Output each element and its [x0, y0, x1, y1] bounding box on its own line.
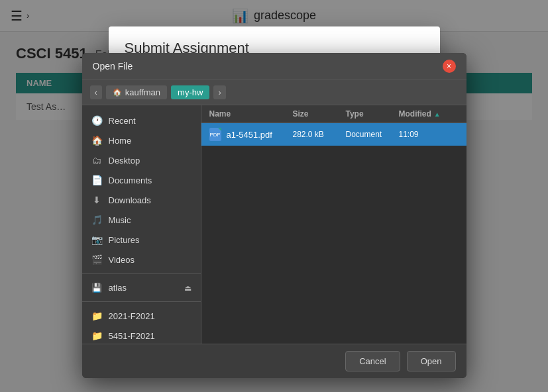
sort-arrow-icon: ▲ [434, 111, 441, 118]
sidebar-label-5451-f2021: 5451-F2021 [109, 331, 155, 341]
col-header-modified: Modified ▲ [399, 109, 459, 119]
sidebar-item-recent[interactable]: 🕐 Recent [82, 111, 201, 130]
recent-icon: 🕐 [91, 115, 102, 126]
sidebar-label-atlas: atlas [109, 283, 127, 293]
home-icon: 🏠 [113, 88, 122, 97]
music-icon: 🎵 [91, 215, 102, 225]
sidebar-item-downloads[interactable]: ⬇ Downloads [82, 190, 201, 210]
dialog-title: Open File [93, 61, 133, 72]
sidebar-label-documents: Documents [109, 175, 152, 185]
col-header-name: Name [209, 109, 293, 119]
downloads-icon: ⬇ [91, 195, 102, 205]
documents-icon: 📄 [91, 175, 102, 185]
sidebar-sep-2 [82, 301, 201, 302]
file-list-area: Name Size Type Modified ▲ PDF a1-5451.pd… [201, 105, 466, 344]
home-icon: 🏠 [91, 135, 102, 146]
sidebar-item-home[interactable]: 🏠 Home [82, 130, 201, 150]
atlas-left: 💾 atlas [91, 283, 127, 293]
current-breadcrumb[interactable]: my-hw [171, 85, 209, 99]
sidebar-item-2021-f2021[interactable]: 📁 2021-F2021 [82, 306, 201, 326]
videos-icon: 🎬 [91, 254, 102, 265]
back-button[interactable]: ‹ [90, 85, 102, 99]
forward-button[interactable]: › [213, 85, 225, 99]
sidebar-label-videos: Videos [109, 255, 135, 265]
sidebar-label-music: Music [109, 215, 131, 225]
cancel-button[interactable]: Cancel [345, 351, 400, 371]
sidebar-item-pictures[interactable]: 📷 Pictures [82, 230, 201, 250]
dialog-close-button[interactable]: × [443, 60, 456, 73]
file-type: Document [346, 130, 399, 139]
modal-backdrop: Submit Assignment S… Open File × ‹ 🏠 kau… [0, 0, 548, 392]
sidebar-sep-1 [82, 273, 201, 274]
pdf-icon: PDF [209, 128, 221, 141]
sidebar-label-recent: Recent [109, 116, 136, 126]
parent-breadcrumb[interactable]: 🏠 kauffman [106, 85, 167, 99]
folder-icon-2: 📁 [91, 330, 102, 341]
sidebar-item-atlas[interactable]: 💾 atlas ⏏ [82, 278, 201, 297]
dialog-footer: Cancel Open [82, 344, 466, 378]
folder-icon-1: 📁 [91, 311, 102, 321]
sidebar-label-pictures: Pictures [109, 235, 140, 245]
file-name: PDF a1-5451.pdf [209, 128, 293, 141]
pictures-icon: 📷 [91, 234, 102, 245]
col-header-type: Type [346, 109, 399, 119]
dialog-body: 🕐 Recent 🏠 Home 🗂 Desktop 📄 Documents ⬇ [82, 105, 466, 344]
drive-icon: 💾 [91, 283, 102, 293]
sidebar-item-desktop[interactable]: 🗂 Desktop [82, 150, 201, 170]
sidebar-label-desktop: Desktop [109, 156, 140, 166]
file-sidebar: 🕐 Recent 🏠 Home 🗂 Desktop 📄 Documents ⬇ [82, 105, 201, 344]
sidebar-item-music[interactable]: 🎵 Music [82, 210, 201, 230]
sidebar-label-2021-f2021: 2021-F2021 [109, 311, 155, 321]
sidebar-label-downloads: Downloads [109, 195, 151, 205]
file-modified: 11:09 [399, 130, 459, 139]
file-size: 282.0 kB [293, 130, 346, 139]
dialog-titlebar: Open File × [82, 53, 466, 79]
eject-icon: ⏏ [184, 283, 192, 293]
col-header-size: Size [293, 109, 346, 119]
file-row[interactable]: PDF a1-5451.pdf 282.0 kB Document 11:09 [201, 123, 466, 146]
sidebar-item-documents[interactable]: 📄 Documents [82, 170, 201, 190]
location-bar: ‹ 🏠 kauffman my-hw › [82, 79, 466, 105]
open-file-dialog: Open File × ‹ 🏠 kauffman my-hw › 🕐 Recen… [82, 53, 466, 378]
open-button[interactable]: Open [407, 351, 456, 371]
sidebar-label-home: Home [109, 136, 132, 146]
file-list-header: Name Size Type Modified ▲ [201, 105, 466, 123]
sidebar-item-5451-f2021[interactable]: 📁 5451-F2021 [82, 326, 201, 344]
desktop-icon: 🗂 [91, 155, 102, 166]
sidebar-item-videos[interactable]: 🎬 Videos [82, 250, 201, 270]
